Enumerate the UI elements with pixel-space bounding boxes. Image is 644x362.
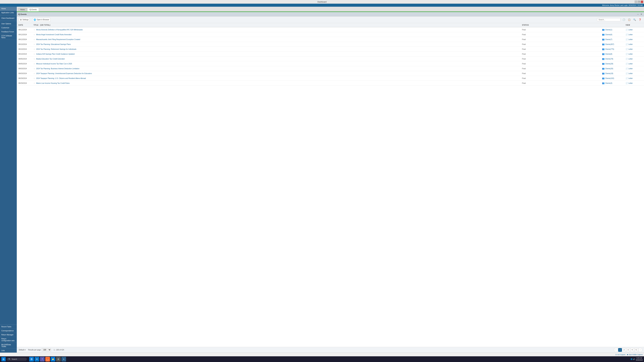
clients-link-0[interactable]: 👥 Clients(1): [602, 28, 622, 31]
sidebar-item-return-config-sets[interactable]: Return configuration sets: [0, 337, 17, 343]
open-browser-button[interactable]: 🌐 Open in Browser: [32, 18, 50, 22]
start-button[interactable]: ⊞: [1, 357, 6, 361]
filter-icon[interactable]: 🔍: [632, 18, 636, 21]
sidebar-item-correspondence[interactable]: Correspondence: [0, 329, 17, 333]
next-page-button[interactable]: ›: [638, 348, 642, 352]
star-icon-6[interactable]: ☆: [34, 58, 35, 60]
clients-link-8[interactable]: 👥 Clients(26): [602, 67, 622, 70]
settings-button[interactable]: ⚙ Settings: [19, 18, 30, 22]
title-link-8[interactable]: 2024 Tax Planning: Business Interest Ded…: [36, 68, 80, 69]
letter-link-8[interactable]: 📄 Letter: [626, 67, 642, 70]
help-icon[interactable]: ❓: [638, 18, 642, 21]
title-link-5[interactable]: Indiana 529 Savings Plan Credit Guidance…: [36, 53, 75, 55]
title-link-10[interactable]: 2024 Taxpayer Planning: U.S. Citizens an…: [36, 77, 86, 79]
star-icon-9[interactable]: ☆: [34, 72, 35, 74]
star-icon-7[interactable]: ☆: [34, 63, 35, 65]
star-icon-0[interactable]: ☆: [34, 29, 35, 31]
sidebar-item-user-options[interactable]: User Options: [0, 22, 17, 26]
minimize-button[interactable]: ─: [634, 0, 637, 3]
tab-home[interactable]: Home: [18, 8, 27, 11]
star-icon-1[interactable]: ☆: [34, 34, 35, 35]
taskbar-app-outlook[interactable]: O: [34, 357, 39, 362]
page-4-button[interactable]: 4: [630, 348, 634, 352]
title-cell: ☆ Illinois Angel Investment Credit Rules…: [32, 32, 520, 37]
clients-link-7[interactable]: 👥 Clients(28): [602, 62, 622, 65]
sidebar-item-feedback-forum[interactable]: Feedback Forum: [0, 30, 17, 34]
clients-link-10[interactable]: 👥 Clients(102): [602, 77, 622, 79]
letter-link-5[interactable]: 📄 Letter: [626, 53, 642, 55]
sidebar-item-client-dashboard[interactable]: Client Dashboard: [0, 16, 17, 20]
history-icon[interactable]: 🕐: [622, 18, 626, 21]
table-row: 09/12/2024 ☆ Illinois Angel Investment C…: [17, 32, 644, 37]
taskbar-app-edge[interactable]: [29, 357, 34, 362]
sidebar-item-customize[interactable]: Customize: [0, 26, 17, 30]
title-link-11[interactable]: Maine Low Income Housing Tax Credit Rule…: [36, 82, 70, 84]
tab-iq-events[interactable]: iQ Events: [27, 8, 39, 11]
star-icon-4[interactable]: ☆: [34, 48, 35, 50]
title-link-0[interactable]: Illinois Amends Definition of Nonqualifi…: [36, 29, 83, 31]
title-link-9[interactable]: 2024 Taxpayer Planning: Unreimbursed Exp…: [36, 72, 92, 74]
clients-link-3[interactable]: 👥 Clients(307): [602, 43, 622, 45]
star-icon-10[interactable]: ☆: [34, 77, 35, 79]
clients-link-6[interactable]: 👥 Clients(78): [602, 58, 622, 60]
sidebar-item-my1040-toolkit[interactable]: My1040Data Toolkit: [0, 343, 17, 349]
panel-minimize-icon[interactable]: ─: [636, 13, 639, 15]
letter-link-2[interactable]: 📄 Letter: [626, 38, 642, 40]
table-container[interactable]: DATE TITLE (100 total) STATUS VIEW 09/12…: [17, 23, 644, 347]
taskbar-app-firefox[interactable]: 🦊: [45, 357, 50, 362]
sidebar-item-cch-software-news[interactable]: CCH Software News: [0, 34, 17, 40]
clients-link-1[interactable]: 👥 Clients(6): [602, 33, 622, 36]
star-icon-2[interactable]: ☆: [34, 38, 35, 40]
letter-link-0[interactable]: 📄 Letter: [626, 29, 642, 31]
bookmark-icon[interactable]: 📋: [627, 18, 631, 21]
per-page-select[interactable]: 100: [42, 348, 51, 352]
page-2-button[interactable]: 2: [622, 348, 626, 352]
star-icon-8[interactable]: ☆: [34, 68, 35, 69]
page-3-button[interactable]: 3: [626, 348, 630, 352]
page-5-button[interactable]: 5: [634, 348, 638, 352]
get-support-button[interactable]: 🛈 Get Support: [615, 354, 626, 356]
taskbar-app-settings[interactable]: ⚙: [56, 357, 61, 362]
letter-link-7[interactable]: 📄 Letter: [626, 63, 642, 65]
clients-link-2[interactable]: 👥 Clients(7): [602, 38, 622, 40]
sidebar-item-application-links[interactable]: Application Links: [0, 11, 17, 15]
title-link-6[interactable]: Alaska Education Tax Credit Extended: [36, 58, 64, 60]
close-button[interactable]: ✕: [641, 0, 643, 3]
star-icon-11[interactable]: ☆: [34, 82, 35, 84]
star-icon-3[interactable]: ☆: [34, 43, 35, 45]
clients-link-5[interactable]: 👥 Clients(8): [602, 53, 622, 55]
results-per-page: Results per page 100: [28, 348, 51, 352]
prev-page-button[interactable]: ‹: [614, 348, 618, 352]
title-link-7[interactable]: Missouri Individual Income Tax Rate Cut …: [36, 63, 72, 65]
letter-link-3[interactable]: 📄 Letter: [626, 43, 642, 45]
sidebar-item-lists[interactable]: Lists: [0, 349, 17, 353]
title-link-4[interactable]: 2024 Tax Planning: Retirement Savings fo…: [36, 48, 76, 50]
taskbar-app-explorer[interactable]: 📁: [51, 357, 55, 362]
sidebar-item-recent-tasks[interactable]: Recent Tasks: [0, 325, 17, 329]
title-link-1[interactable]: Illinois Angel Investment Credit Rules A…: [36, 34, 72, 35]
letter-link-4[interactable]: 📄 Letter: [626, 48, 642, 50]
taskbar-search-box[interactable]: 🔍 Search: [7, 358, 27, 361]
clients-link-9[interactable]: 👥 Clients(18): [602, 72, 622, 75]
taskbar-app-teams[interactable]: T: [40, 357, 44, 362]
letter-link-1[interactable]: 📄 Letter: [626, 33, 642, 36]
taskbar-app-cch[interactable]: A: [62, 357, 66, 362]
search-input[interactable]: [597, 18, 620, 21]
page-1-button[interactable]: 1: [618, 348, 622, 352]
clients-link-4[interactable]: 👥 Clients(775): [602, 48, 622, 50]
sidebar-item-home[interactable]: Home: [0, 7, 17, 11]
letter-link-10[interactable]: 📄 Letter: [626, 77, 642, 79]
sidebar-item-return-manager[interactable]: Return Manager: [0, 333, 17, 337]
default-dropdown[interactable]: Default ▾: [19, 349, 26, 351]
letter-link-9[interactable]: 📄 Letter: [626, 72, 642, 75]
panel-close-icon[interactable]: ✕: [640, 13, 643, 15]
iq-panel: iQ Events ─ ✕ ⚙ Settings 🌐 Open in Brows…: [17, 12, 644, 353]
title-link-2[interactable]: Massachusetts Joint Filing Requirement E…: [36, 38, 80, 40]
letter-link-6[interactable]: 📄 Letter: [626, 58, 642, 60]
letter-link-11[interactable]: 📄 Letter: [626, 82, 642, 84]
clients-link-11[interactable]: 👥 Clients(3): [602, 82, 622, 84]
restore-button[interactable]: ❐: [638, 0, 640, 3]
start-fiddler-button[interactable]: ⏺ Start Fiddler Capture: [627, 354, 643, 356]
star-icon-5[interactable]: ☆: [34, 53, 35, 55]
title-link-3[interactable]: 2024 Tax Planning: Educational Savings P…: [36, 43, 71, 45]
